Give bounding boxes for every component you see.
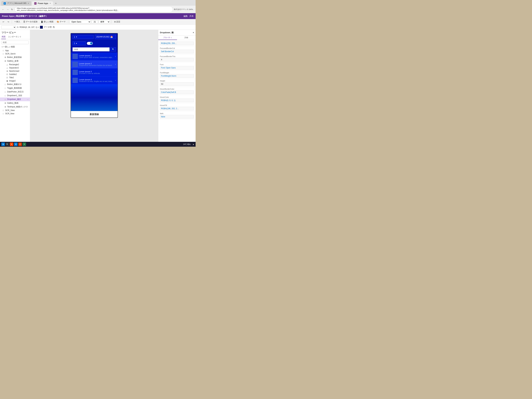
list-item-2[interactable]: Lorem ipsum 3 Ut ornare a color ac vehic… xyxy=(71,69,118,76)
phone-datepicker[interactable]: 2024年5月29日 📅 xyxy=(95,35,116,39)
phone-dropdown1[interactable]: 1 ▼ xyxy=(73,35,94,39)
taskbar-search-icon[interactable]: 🔍 xyxy=(6,142,9,146)
prop-value-hoverbordercolor[interactable]: ColorFade(Self.B xyxy=(160,90,194,94)
taskbar-right: 24℃ 晴れ ▲ xyxy=(183,143,194,146)
add-screen-button[interactable]: + + 新しい画面 xyxy=(0,45,30,49)
align-select[interactable]: 標準 xyxy=(99,20,110,24)
tree-item-scr-view[interactable]: □ SCR_View xyxy=(0,109,30,112)
tree-item-textinput[interactable]: ⊞ TextInput_検索ボックス xyxy=(0,105,30,109)
refresh-button[interactable]: ↻ xyxy=(10,8,14,11)
prop-label-height: Height xyxy=(160,80,194,82)
prop-value-hovercolor[interactable]: RGBA(0, 0, 0, 1) xyxy=(160,99,194,102)
phone-search-input[interactable] xyxy=(73,47,109,51)
item-thumb-0 xyxy=(73,54,78,59)
phone-mockup: 1 ▼ 2024年5月29日 📅 1 ▼ xyxy=(70,33,118,118)
prop-value-hoverfill[interactable]: RGBA(186, 202, 2... xyxy=(160,107,194,110)
tree-item-app[interactable]: □ App xyxy=(0,49,30,52)
undo-button[interactable]: ↩ xyxy=(1,20,6,24)
tree-item-subtitle2[interactable]: ☑ Subtitle2 xyxy=(0,73,30,76)
prop-value-0[interactable]: RGBA(255, 255... xyxy=(160,42,194,45)
tree-item-nextarrow2[interactable]: ⊞ NextArrow2 xyxy=(0,70,30,73)
tree-item-button-new[interactable]: ⊞ Button_新規登録 xyxy=(0,55,30,59)
prop-value-height[interactable]: 50 xyxy=(160,82,194,86)
scrview-icon: □ xyxy=(2,109,5,111)
forward-button[interactable]: → xyxy=(6,8,9,11)
phone-toggle[interactable] xyxy=(87,42,93,45)
taskbar-app1-icon[interactable]: A xyxy=(10,142,13,146)
tree-item-datepicker[interactable]: □ DatePicker_対応日 xyxy=(0,90,30,94)
item-text-2: Lorem ipsum 3 Ut ornare a color ac vehic… xyxy=(79,70,114,74)
phone-footer[interactable]: 新規登録 xyxy=(71,111,118,118)
props-tab-advanced[interactable]: 詳細 xyxy=(177,36,196,40)
tree-list: □ App □ SCR_Serch ⊞ Button_新規登録 ⊞ Galler… xyxy=(0,49,30,145)
prop-item-focusedborderthick: FocusedBorderThic 4 xyxy=(158,54,196,63)
settings-button[interactable]: ⚙ 設定 xyxy=(113,20,122,24)
props-tab-properties[interactable]: プロパティ xyxy=(158,36,177,40)
item-text-3: Lorem ipsum 4 Vestibulum dui felis, frin… xyxy=(79,79,114,82)
tab-m365[interactable]: M アプリ | Microsoft 365 ✕ xyxy=(1,1,31,6)
prop-item-italic: Italic false xyxy=(158,112,196,120)
prop-value-font[interactable]: Font.'Open Sans xyxy=(160,66,194,70)
more-options-icon[interactable]: ··· xyxy=(27,98,29,101)
prop-value-fontweight[interactable]: FontWeight.Norm xyxy=(160,74,194,78)
tree-item-dropdown1[interactable]: □ Dropdown1_項目 xyxy=(0,94,30,97)
prop-item-hoverbordercolor: HoverBorderColor ColorFade(Self.B xyxy=(158,87,196,95)
taskbar-app4-icon[interactable]: X xyxy=(23,142,26,146)
phone-search-button[interactable]: 🔍 xyxy=(110,47,116,51)
redo-button[interactable]: ↪ xyxy=(6,20,10,24)
add-data-button[interactable]: 🗄 データの追加 xyxy=(22,20,39,24)
tree-tab-components[interactable]: コンポーネント xyxy=(7,35,22,39)
tree-item-title2[interactable]: ☑ Title2 xyxy=(0,76,30,79)
tree-item-gallery-repair[interactable]: ⊞ Gallery_改壇 xyxy=(0,59,30,63)
theme-button[interactable]: 🎨 テーマ xyxy=(55,20,67,24)
prop-value-italic[interactable]: false xyxy=(160,115,194,119)
new-register-button[interactable]: 新規登録 xyxy=(90,113,99,115)
canvas-area[interactable]: 1 ▼ 2024年5月29日 📅 1 ▼ xyxy=(30,30,158,145)
address-bar[interactable]: https://make.powerapps.com/e/Default-469… xyxy=(15,6,173,13)
font-select[interactable]: Open Sans xyxy=(70,20,91,24)
item-arrow-2: › xyxy=(115,71,116,74)
taskbar-icon-4: X xyxy=(24,143,25,145)
tree-item-dropdown-species[interactable]: □ Dropdown_種目 ··· xyxy=(0,97,30,101)
back-button[interactable]: ← xyxy=(1,8,5,11)
tree-item-scr-serch[interactable]: □ SCR_Serch xyxy=(0,52,30,55)
item-arrow-0: › xyxy=(115,55,116,57)
props-collapse-icon[interactable]: × xyxy=(193,32,194,34)
tree-item-rectangle2[interactable]: △ Rectangle2 xyxy=(0,63,30,66)
list-item-0[interactable]: Lorem ipsum 1 Lorem ipsum dolor sit amet… xyxy=(71,52,118,60)
prop-item-hoverfill: HoverFill RGBA(186, 202, 2... xyxy=(158,103,196,112)
taskbar-app3-icon[interactable]: O xyxy=(18,142,22,146)
tree-item-scr-new[interactable]: □ SCR_New xyxy=(0,112,30,115)
props-title: Dropdown_種 xyxy=(160,31,174,34)
phone-dropdown2[interactable]: 1 ▼ xyxy=(73,41,86,45)
toggle-switch[interactable] xyxy=(87,42,93,45)
new-screen-button[interactable]: 📱 新しい画面 xyxy=(39,20,55,24)
tree-tab-screens[interactable]: 画面 xyxy=(1,35,6,39)
tab-powerapps[interactable]: PA Power Apps ✕ xyxy=(32,1,53,6)
tab-powerapps-close[interactable]: ✕ xyxy=(50,2,51,4)
prop-value-focusedborderthick[interactable]: 4 xyxy=(160,58,194,61)
formula-dropdown[interactable] xyxy=(1,25,16,29)
share-button[interactable]: 共有 xyxy=(189,15,194,18)
font-size-input[interactable] xyxy=(91,20,98,24)
list-item-1[interactable]: Lorem ipsum 2 Suspendisse elementum faci… xyxy=(71,60,118,69)
prop-value-focusedbordercolor[interactable]: Self.BorderCol xyxy=(160,50,194,53)
list-item-3[interactable]: Lorem ipsum 4 Vestibulum dui felis, frin… xyxy=(71,76,118,84)
tab-m365-close[interactable]: ✕ xyxy=(28,2,29,4)
tree-item-search-button[interactable]: □ Button_検索ボタ xyxy=(0,82,30,86)
new-tab-button[interactable]: + xyxy=(54,1,58,6)
tab-m365-label: アプリ | Microsoft 365 xyxy=(7,2,26,5)
tree-search-input[interactable] xyxy=(1,41,29,44)
tree-item-gallery-video[interactable]: ⊞ Gallery_動画 xyxy=(0,101,30,105)
theme-icon: 🎨 xyxy=(57,21,59,23)
phone-header-row2: 1 ▼ xyxy=(71,40,118,46)
taskbar-windows-icon[interactable]: ⊞ xyxy=(1,142,5,146)
weather-label: 24℃ 晴れ xyxy=(183,143,191,146)
tree-item-image2[interactable]: ▣ Image2 xyxy=(0,79,30,82)
insert-button[interactable]: + 挿入 xyxy=(13,20,21,24)
tree-item-toggle[interactable]: □ Toggle_動画検索 xyxy=(0,86,30,90)
taskbar-app2-icon[interactable]: W xyxy=(14,142,18,146)
edit-button[interactable]: 編集 xyxy=(184,15,188,18)
tree-item-separator2[interactable]: △ Separator2 xyxy=(0,66,30,70)
formula-bar: fx RGBA(0, 18, 107, 1) = データ型: 色 xyxy=(0,25,196,30)
